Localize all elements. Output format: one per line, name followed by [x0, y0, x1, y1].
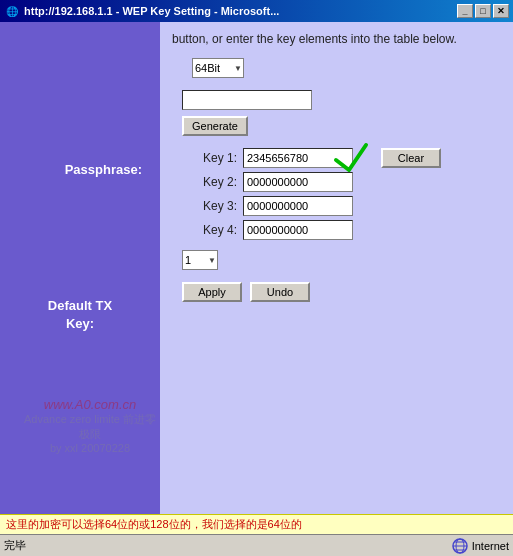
bit-select-row: 64Bit 128Bit ▼ — [192, 58, 501, 78]
status-bar: 完毕 Internet — [0, 534, 513, 556]
title-text: http://192.168.1.1 - WEP Key Setting - M… — [24, 5, 457, 17]
title-bar: 🌐 http://192.168.1.1 - WEP Key Setting -… — [0, 0, 513, 22]
watermark-site: www.A0.com.cn — [20, 397, 160, 412]
status-right: Internet — [452, 538, 509, 554]
key3-label: Key 3: — [182, 199, 237, 213]
info-bar: 这里的加密可以选择64位的或128位的，我们选择的是64位的 — [0, 514, 513, 534]
tx-key-select[interactable]: 1 2 3 4 — [182, 250, 218, 270]
status-zone: Internet — [472, 540, 509, 552]
passphrase-sidebar-label: Passphrase: — [10, 162, 150, 177]
tx-select-wrapper[interactable]: 1 2 3 4 ▼ — [182, 250, 218, 270]
key1-row: Key 1: Clear — [182, 148, 501, 168]
intro-text: button, or enter the key elements into t… — [172, 30, 501, 48]
key2-label: Key 2: — [182, 175, 237, 189]
watermark-line1: Advance zero limite 前进零 极限 — [20, 412, 160, 442]
close-button[interactable]: ✕ — [493, 4, 509, 18]
watermark-overlay: www.A0.com.cn Advance zero limite 前进零 极限… — [20, 397, 160, 454]
apply-button[interactable]: Apply — [182, 282, 242, 302]
status-left: 完毕 — [4, 538, 452, 553]
browser-icon: 🌐 — [4, 3, 20, 19]
action-row: Apply Undo — [182, 282, 501, 302]
status-text: 完毕 — [4, 538, 26, 553]
key1-input[interactable] — [243, 148, 353, 168]
browser-main: Passphrase: Default TX Key: www.A0.com.c… — [0, 22, 513, 534]
ie-globe-icon — [452, 538, 468, 554]
info-text: 这里的加密可以选择64位的或128位的，我们选择的是64位的 — [6, 518, 302, 530]
key3-row: Key 3: — [182, 196, 501, 216]
bit-select[interactable]: 64Bit 128Bit — [192, 58, 244, 78]
watermark-line2: by xxl 20070228 — [20, 442, 160, 454]
generate-button[interactable]: Generate — [182, 116, 248, 136]
key4-label: Key 4: — [182, 223, 237, 237]
key2-input[interactable] — [243, 172, 353, 192]
minimize-button[interactable]: _ — [457, 4, 473, 18]
maximize-button[interactable]: □ — [475, 4, 491, 18]
undo-button[interactable]: Undo — [250, 282, 310, 302]
key3-input[interactable] — [243, 196, 353, 216]
default-tx-row: 1 2 3 4 ▼ — [182, 250, 501, 270]
key4-input[interactable] — [243, 220, 353, 240]
key2-row: Key 2: — [182, 172, 501, 192]
passphrase-input[interactable] — [182, 90, 312, 110]
default-tx-sidebar-label: Default TX Key: — [10, 297, 150, 333]
sidebar: Passphrase: Default TX Key: www.A0.com.c… — [0, 22, 160, 534]
passphrase-row — [182, 90, 501, 110]
key4-row: Key 4: — [182, 220, 501, 240]
key1-label: Key 1: — [182, 151, 237, 165]
window-controls: _ □ ✕ — [457, 4, 509, 18]
clear-button[interactable]: Clear — [381, 148, 441, 168]
content-area: button, or enter the key elements into t… — [160, 22, 513, 534]
bit-select-wrapper[interactable]: 64Bit 128Bit ▼ — [192, 58, 244, 78]
generate-row: Generate — [182, 116, 501, 136]
